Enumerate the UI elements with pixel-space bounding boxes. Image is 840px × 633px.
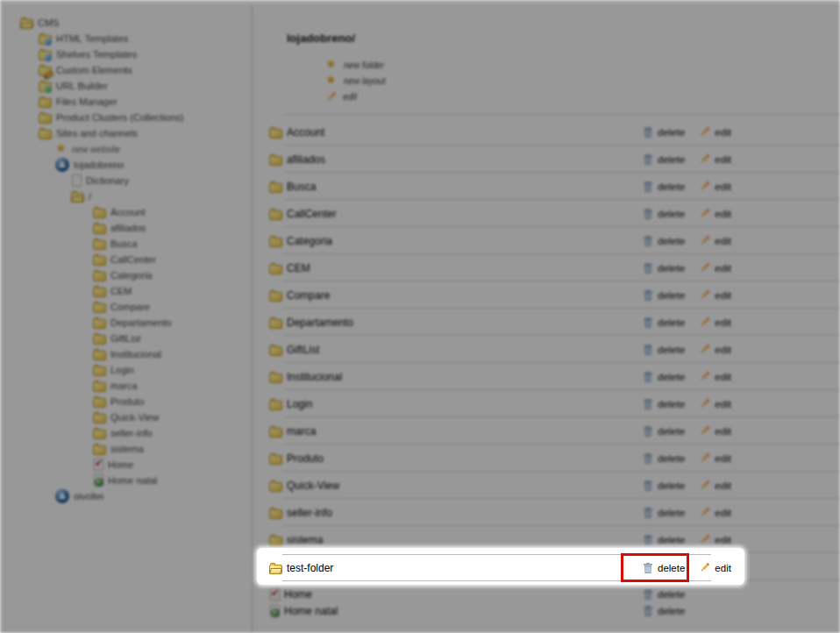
delete-label: delete bbox=[658, 606, 685, 616]
edit-button[interactable]: edit bbox=[699, 181, 731, 192]
sidebar-item-home[interactable]: Home bbox=[4, 457, 252, 473]
edit-button[interactable]: edit bbox=[699, 344, 731, 355]
edit-button[interactable]: edit bbox=[699, 289, 731, 301]
edit-button[interactable]: edit bbox=[699, 452, 731, 464]
edit-button[interactable]: edit bbox=[699, 480, 731, 491]
sidebar-item-url-builder[interactable]: URL Builder bbox=[4, 78, 252, 94]
sidebar-item-dictionary[interactable]: Dictionary bbox=[4, 173, 252, 188]
sidebar-item-sites-and-channels[interactable]: Sites and channels bbox=[4, 125, 252, 141]
sidebar-item-product-clusters[interactable]: Product Clusters (Collections) bbox=[4, 110, 252, 125]
sidebar-item-marca[interactable]: marca bbox=[4, 378, 252, 394]
sidebar-item-files-manager[interactable]: Files Manager bbox=[4, 94, 252, 110]
delete-button[interactable]: delete bbox=[643, 316, 685, 329]
edit-button[interactable]: edit bbox=[699, 153, 731, 165]
folder-icon bbox=[93, 414, 106, 423]
delete-button[interactable]: delete bbox=[643, 289, 685, 302]
delete-button[interactable]: delete bbox=[643, 507, 685, 519]
sidebar-item-cem[interactable]: CEM bbox=[4, 283, 252, 299]
sidebar-item-root-folder[interactable]: / bbox=[4, 188, 252, 204]
trash-icon bbox=[643, 480, 653, 492]
edit-button[interactable]: edit bbox=[699, 425, 731, 437]
delete-button[interactable]: delete bbox=[643, 605, 685, 617]
sidebar-item-oivoltei[interactable]: oivoltei bbox=[4, 488, 252, 504]
trash-icon bbox=[643, 605, 653, 617]
edit-button[interactable]: edit bbox=[699, 316, 731, 328]
delete-button[interactable]: delete bbox=[643, 262, 685, 274]
edit-button[interactable]: edit bbox=[699, 235, 731, 246]
folder-icon bbox=[269, 183, 282, 193]
delete-button[interactable]: delete bbox=[643, 126, 685, 139]
edit-button[interactable]: edit bbox=[699, 534, 731, 545]
delete-button[interactable]: delete bbox=[643, 534, 685, 546]
edit-button[interactable]: edit bbox=[699, 262, 731, 274]
sidebar-item-giftlist[interactable]: GiftList bbox=[4, 331, 252, 346]
sidebar-item-label: / bbox=[89, 191, 91, 202]
sidebar-item-afiliados[interactable]: afiliados bbox=[4, 220, 252, 236]
delete-label: delete bbox=[658, 399, 685, 409]
delete-button[interactable]: delete bbox=[643, 480, 685, 492]
sidebar-item-label: Categoria bbox=[110, 270, 153, 281]
sidebar-item-html-templates[interactable]: HTML Templates bbox=[4, 31, 252, 46]
sidebar-item-sistema[interactable]: sistema bbox=[4, 441, 252, 457]
pencil-icon bbox=[699, 235, 710, 246]
delete-button[interactable]: delete bbox=[643, 425, 685, 437]
edit-button[interactable]: edit bbox=[699, 562, 731, 573]
sidebar-item-callcenter[interactable]: CallCenter bbox=[4, 252, 252, 267]
edit-button[interactable]: edit bbox=[699, 398, 731, 409]
sidebar-item-categoria[interactable]: Categoria bbox=[4, 267, 252, 283]
sidebar-item-institucional[interactable]: Institucional bbox=[4, 346, 252, 362]
cms-admin-page: CMS HTML Templates Shelves Templates Cus… bbox=[0, 0, 840, 633]
delete-button[interactable]: delete bbox=[643, 208, 685, 220]
sidebar-item-produto[interactable]: Produto bbox=[4, 394, 252, 409]
sidebar-item-compare[interactable]: Compare bbox=[4, 299, 252, 315]
edit-button[interactable]: edit bbox=[699, 507, 731, 518]
sidebar-item-label: Home natal bbox=[108, 475, 157, 486]
folder-table: Accountdeleteedit afiliadosdeleteedit Bu… bbox=[253, 118, 840, 580]
folder-icon bbox=[93, 303, 106, 313]
edit-label: edit bbox=[343, 92, 357, 102]
edit-link[interactable]: edit bbox=[325, 89, 840, 104]
sidebar-item-shelves-templates[interactable]: Shelves Templates bbox=[4, 46, 252, 62]
edit-button[interactable]: edit bbox=[699, 126, 731, 138]
trash-icon bbox=[643, 344, 653, 356]
folder-icon bbox=[269, 537, 282, 546]
row-label: Institucional bbox=[287, 371, 342, 383]
trash-icon bbox=[643, 126, 653, 139]
sidebar-item-departamento[interactable]: Departamento bbox=[4, 315, 252, 331]
pencil-icon bbox=[699, 289, 710, 301]
delete-button[interactable]: delete bbox=[643, 371, 685, 383]
pencil-icon bbox=[699, 534, 710, 545]
sidebar-item-login[interactable]: Login bbox=[4, 362, 252, 378]
sidebar-item-lojadobreno[interactable]: lojadobreno bbox=[4, 157, 252, 173]
edit-button[interactable]: edit bbox=[699, 208, 731, 219]
delete-button[interactable]: delete bbox=[643, 588, 685, 601]
highlight-spotlight: test-folder delete edit bbox=[257, 548, 744, 585]
delete-label: delete bbox=[658, 127, 685, 138]
sidebar-item-label: new website bbox=[72, 145, 120, 154]
delete-button[interactable]: delete bbox=[643, 344, 685, 356]
edit-label: edit bbox=[715, 317, 731, 328]
delete-button[interactable]: delete bbox=[643, 398, 685, 410]
delete-button[interactable]: delete bbox=[643, 181, 685, 193]
delete-button[interactable]: delete bbox=[643, 235, 685, 247]
edit-label: edit bbox=[715, 263, 731, 274]
new-folder-link[interactable]: new folder bbox=[325, 57, 840, 73]
edit-button[interactable]: edit bbox=[699, 371, 731, 382]
new-layout-link[interactable]: new layout bbox=[325, 73, 840, 89]
sidebar-item-quick-view[interactable]: Quick-View bbox=[4, 409, 252, 425]
folder-icon bbox=[93, 351, 106, 360]
header-actions: new folder new layout edit bbox=[253, 57, 840, 104]
sidebar-item-home-natal[interactable]: Home natal bbox=[4, 473, 252, 488]
sidebar-item-label: seller-info bbox=[110, 428, 153, 438]
folder-icon bbox=[93, 209, 106, 218]
sidebar-item-custom-elements[interactable]: Custom Elements bbox=[4, 62, 252, 78]
delete-button[interactable]: delete bbox=[643, 153, 685, 166]
sidebar-item-new-website[interactable]: new website bbox=[4, 141, 252, 157]
sidebar-item-account[interactable]: Account bbox=[4, 204, 252, 220]
folder-icon bbox=[93, 366, 106, 376]
delete-button[interactable]: delete bbox=[643, 452, 685, 465]
sidebar-item-busca[interactable]: Busca bbox=[4, 236, 252, 252]
page-row-home: Homedelete bbox=[253, 586, 840, 602]
sidebar-item-seller-info[interactable]: seller-info bbox=[4, 425, 252, 441]
sidebar-item-cms[interactable]: CMS bbox=[4, 15, 252, 31]
